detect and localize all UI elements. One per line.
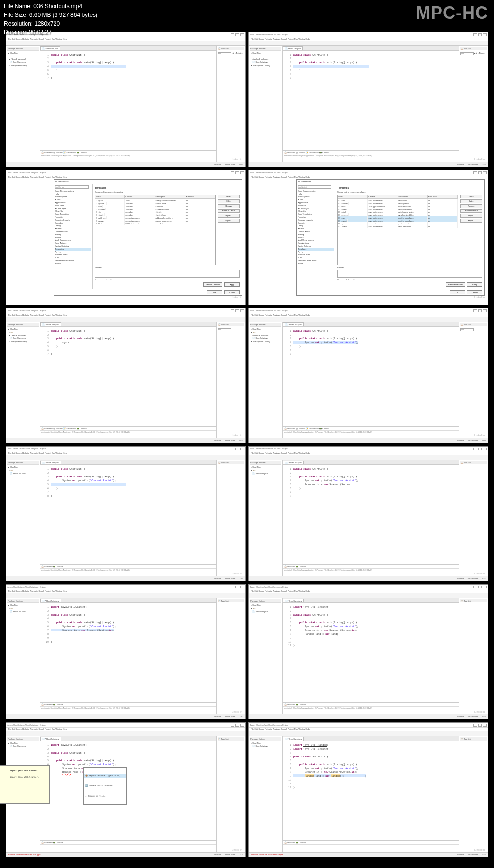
- import-button[interactable]: Import...: [218, 214, 240, 218]
- bottom-panel[interactable]: 📋 Problems @ Javadoc 📝 Declaration 📟 Con…: [40, 150, 216, 162]
- editor-tab[interactable]: 📄 ShortCuts.java: [40, 46, 60, 50]
- code-editor[interactable]: 1public class ShortCuts { 2 3 public sta…: [40, 51, 216, 150]
- ok-button[interactable]: OK: [207, 290, 222, 294]
- thumb-4: Java - ShortCuts/src/ShortCuts.java - Ec…: [248, 170, 488, 305]
- templates-table[interactable]: NameContextDescriptionAuto Inse... ☑ @Su…: [95, 195, 216, 265]
- prefs-tree[interactable]: Code RecommendersHelpInstall/Update ▾ Ja…: [54, 184, 93, 289]
- quickfix-popup[interactable]: 📦 Import 'Random' (java.util) 🆕 Create c…: [83, 767, 127, 805]
- thumb-11: Java - ShortCuts/src/ShortCuts.java - Ec…: [6, 722, 246, 857]
- thumb-6: Java - ShortCuts/src/ShortCuts.java - Ec…: [248, 308, 488, 443]
- thumbnail-grid: Java - ShortCuts/src/ShortCuts.java - Ec…: [6, 32, 488, 857]
- menubar[interactable]: File Edit Source Refactor Navigate Searc…: [6, 37, 245, 41]
- export-button[interactable]: Export...: [218, 219, 240, 223]
- remove-button[interactable]: Remove: [218, 204, 240, 208]
- new-button[interactable]: New...: [218, 195, 240, 198]
- thumb-3: Java - ShortCuts/src/ShortCuts.java - Ec…: [6, 170, 246, 305]
- thumb-2: Java - ShortCuts/src/ShortCuts.java - Ec…: [248, 32, 488, 167]
- thumb-12: Java - ShortCuts/src/ShortCuts.java - Ec…: [248, 722, 488, 857]
- statusbar: WritableSmart Insert0:11: [6, 162, 245, 167]
- linkedin-watermark: Linked in: [232, 158, 242, 161]
- file-info-overlay: File Name: 036 Shortcuts.mp4 File Size: …: [4, 2, 97, 37]
- cancel-button[interactable]: Cancel: [224, 290, 240, 294]
- thumb-10: Java - ShortCuts/src/ShortCuts.java - Ec…: [248, 584, 488, 719]
- thumb-5: Java - ShortCuts/src/ShortCuts.java - Ec…: [6, 308, 246, 443]
- import-tooltip: import java.util.Random; import java.uti…: [0, 765, 50, 804]
- thumb-7: Java - ShortCuts/src/ShortCuts.java - Ec…: [6, 446, 246, 581]
- preferences-dialog[interactable]: ⚙ Preferences Code RecommendersHelpInsta…: [54, 179, 242, 296]
- filter-input[interactable]: [55, 185, 89, 189]
- toolbar[interactable]: [6, 41, 245, 46]
- mpc-watermark: MPC-HC: [416, 3, 488, 23]
- edit-button[interactable]: Edit...: [218, 199, 240, 203]
- thumb-8: Java - ShortCuts/src/ShortCuts.java - Ec…: [248, 446, 488, 581]
- thumb-1: Java - ShortCuts/src/ShortCuts.java - Ec…: [6, 32, 246, 167]
- editor-area[interactable]: 📄 ShortCuts.java 1public class ShortCuts…: [40, 46, 216, 162]
- find-input[interactable]: [218, 52, 231, 55]
- task-list[interactable]: 📋 Task List ▸ All ▸ Activate...: [216, 46, 245, 162]
- package-explorer[interactable]: Package Explorer ▸ ShortCuts ▸ src ▸ (de…: [6, 46, 40, 162]
- thumb-9: Java - ShortCuts/src/ShortCuts.java - Ec…: [6, 584, 246, 719]
- revert-button[interactable]: Revert to Default: [218, 209, 240, 213]
